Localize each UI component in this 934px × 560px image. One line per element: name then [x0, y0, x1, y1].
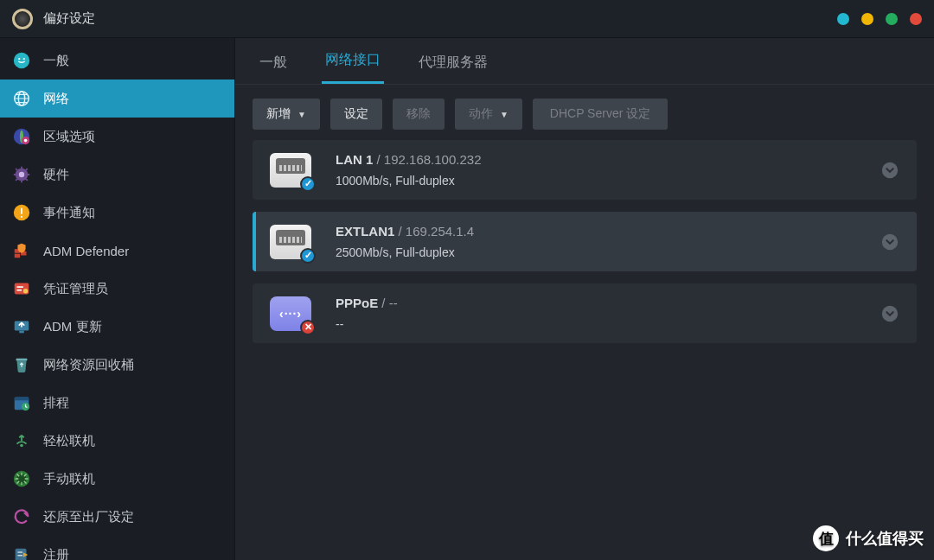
tabs: 一般网络接口代理服务器: [235, 38, 934, 85]
svg-rect-31: [17, 555, 22, 556]
interface-row-pppoe[interactable]: ‹···›✕PPPoE / ----: [253, 283, 917, 343]
expand-icon[interactable]: [880, 161, 899, 180]
sidebar-item-label: ADM 更新: [43, 319, 102, 335]
update-icon: [10, 315, 33, 338]
defender-icon: [10, 239, 33, 262]
interface-name: EXTLAN1: [336, 224, 394, 239]
svg-point-32: [882, 162, 898, 177]
svg-point-34: [882, 305, 898, 321]
configure-button[interactable]: 设定: [330, 99, 382, 130]
interface-row-extlan1[interactable]: ✓EXTLAN1 / 169.254.1.42500Mb/s, Full-dup…: [253, 212, 917, 271]
sidebar-item-recycle[interactable]: 网络资源回收桶: [0, 346, 234, 384]
sidebar-item-label: 硬件: [43, 167, 69, 183]
remove-button[interactable]: 移除: [393, 99, 445, 130]
sidebar-item-label: 网络: [43, 91, 69, 107]
interface-name: LAN 1: [336, 152, 373, 167]
sidebar-item-hardware[interactable]: 硬件: [0, 156, 234, 194]
hardware-icon: [10, 163, 33, 186]
status-ok-icon: ✓: [300, 248, 316, 264]
sidebar-item-label: 区域选项: [43, 129, 95, 145]
sidebar-item-label: ADM Defender: [43, 244, 129, 258]
sidebar-item-update[interactable]: ADM 更新: [0, 308, 234, 346]
recycle-icon: [10, 353, 33, 376]
window-dot-yellow[interactable]: [861, 13, 873, 25]
interface-detail: 1000Mb/s, Full-duplex: [336, 174, 861, 188]
interface-list: ✓LAN 1 / 192.168.100.2321000Mb/s, Full-d…: [235, 140, 934, 372]
ethernet-port-icon: ✓: [270, 153, 311, 188]
sidebar-item-label: 排程: [43, 395, 69, 411]
sidebar-item-defender[interactable]: ADM Defender: [0, 232, 234, 270]
interface-ip: 192.168.100.232: [384, 152, 482, 167]
svg-rect-12: [21, 216, 22, 218]
interface-detail: 2500Mb/s, Full-duplex: [336, 245, 861, 259]
sidebar-item-general[interactable]: 一般: [0, 41, 234, 80]
svg-point-1: [18, 58, 20, 60]
ezconnect-icon: [10, 430, 33, 452]
svg-rect-24: [15, 398, 29, 401]
sidebar-item-label: 还原至出厂设定: [43, 509, 134, 525]
chevron-down-icon: ▼: [297, 110, 306, 119]
svg-point-2: [23, 58, 25, 60]
main-panel: 一般网络接口代理服务器 新增 ▼ 设定 移除 动作 ▼ DHCP Server …: [235, 38, 934, 560]
tab-proxy[interactable]: 代理服务器: [415, 54, 491, 84]
chevron-down-icon: ▼: [500, 110, 509, 119]
restore-icon: [10, 506, 33, 528]
sidebar-item-schedule[interactable]: 排程: [0, 384, 234, 422]
window-title: 偏好设定: [43, 10, 95, 27]
interface-ip: --: [389, 296, 398, 310]
remove-button-label: 移除: [406, 106, 431, 122]
expand-icon[interactable]: [880, 304, 899, 323]
interface-detail: --: [336, 317, 861, 331]
window-dot-red[interactable]: [910, 13, 922, 25]
sidebar-item-events[interactable]: 事件通知: [0, 194, 234, 232]
events-icon: [10, 201, 33, 224]
regional-icon: [10, 125, 33, 148]
pppoe-icon: ‹···›✕: [270, 296, 311, 331]
sidebar-item-regional[interactable]: 区域选项: [0, 118, 234, 156]
svg-point-26: [20, 444, 23, 448]
sidebar-item-label: 凭证管理员: [43, 281, 108, 297]
sidebar-item-manual[interactable]: 手动联机: [0, 460, 234, 498]
sidebar: 一般网络区域选项硬件事件通知ADM Defender凭证管理员ADM 更新网络资…: [0, 38, 235, 560]
network-icon: [10, 87, 33, 110]
tab-interfaces[interactable]: 网络接口: [322, 51, 384, 84]
ethernet-port-icon: ✓: [270, 225, 311, 259]
svg-point-9: [19, 172, 24, 177]
sidebar-item-restore[interactable]: 还原至出厂设定: [0, 498, 234, 536]
interface-name: PPPoE: [336, 296, 378, 310]
svg-point-7: [24, 139, 28, 143]
dhcp-settings-button[interactable]: DHCP Server 设定: [533, 99, 668, 130]
sidebar-item-label: 一般: [43, 53, 69, 69]
window-dot-cyan[interactable]: [837, 13, 849, 25]
expand-icon[interactable]: [880, 232, 899, 251]
add-button-label: 新增: [266, 106, 291, 122]
sidebar-item-label: 轻松联机: [43, 433, 95, 449]
sidebar-item-cert[interactable]: 凭证管理员: [0, 270, 234, 308]
actions-button-label: 动作: [469, 106, 493, 122]
sidebar-item-register[interactable]: 注册: [0, 536, 234, 560]
sidebar-item-network[interactable]: 网络: [0, 80, 234, 118]
schedule-icon: [10, 391, 33, 414]
manual-icon: [10, 468, 33, 490]
svg-rect-17: [17, 286, 23, 288]
sidebar-item-label: 事件通知: [43, 205, 95, 221]
configure-button-label: 设定: [344, 106, 368, 122]
svg-rect-22: [16, 359, 28, 361]
svg-rect-14: [15, 254, 20, 258]
svg-rect-21: [19, 331, 24, 334]
add-button[interactable]: 新增 ▼: [253, 99, 320, 130]
status-error-icon: ✕: [300, 320, 316, 335]
svg-rect-30: [17, 551, 22, 552]
register-icon: [10, 544, 33, 560]
interface-row-lan1[interactable]: ✓LAN 1 / 192.168.100.2321000Mb/s, Full-d…: [253, 140, 917, 200]
actions-button[interactable]: 动作 ▼: [455, 99, 522, 130]
sidebar-item-ezconnect[interactable]: 轻松联机: [0, 422, 234, 460]
tab-label: 代理服务器: [419, 54, 488, 69]
toolbar: 新增 ▼ 设定 移除 动作 ▼ DHCP Server 设定: [235, 85, 934, 140]
sidebar-item-label: 网络资源回收桶: [43, 357, 134, 373]
app-icon: [12, 9, 33, 29]
status-ok-icon: ✓: [300, 176, 316, 192]
tab-general[interactable]: 一般: [256, 54, 291, 84]
sidebar-item-label: 手动联机: [43, 471, 95, 487]
window-dot-green[interactable]: [886, 13, 898, 25]
